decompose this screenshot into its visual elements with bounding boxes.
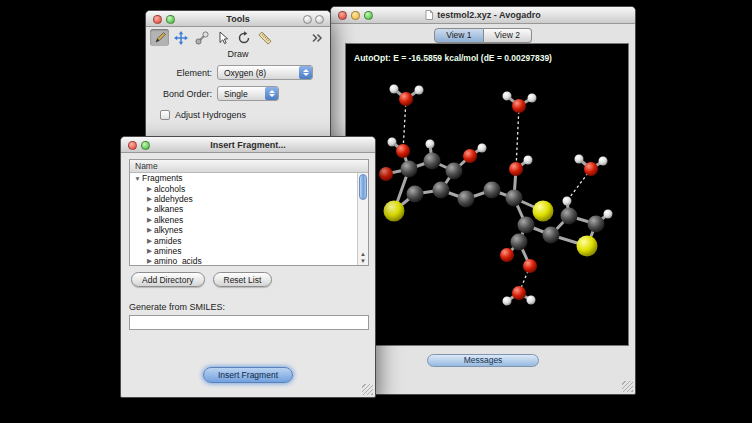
- atom-C[interactable]: [518, 217, 535, 234]
- atom-H[interactable]: [524, 156, 533, 165]
- atom-H[interactable]: [426, 140, 435, 149]
- atom-H[interactable]: [388, 138, 397, 147]
- draw-tool-icon[interactable]: [150, 29, 169, 46]
- element-dropdown[interactable]: Oxygen (8): [217, 65, 313, 80]
- tree-item-alcohols[interactable]: ▶alcohols: [130, 183, 357, 193]
- atom-H[interactable]: [528, 94, 537, 103]
- atom-O[interactable]: [463, 149, 477, 163]
- insert-fragment-button[interactable]: Insert Fragment: [203, 367, 293, 383]
- close-button[interactable]: [338, 11, 347, 20]
- disclosure-closed-icon[interactable]: ▶: [145, 216, 154, 224]
- tree-item-alkenes[interactable]: ▶alkenes: [130, 215, 357, 225]
- disclosure-closed-icon[interactable]: ▶: [145, 247, 154, 255]
- bond-centric-tool-icon[interactable]: [192, 29, 211, 46]
- disclosure-closed-icon[interactable]: ▶: [145, 237, 154, 245]
- tree-item-amino_acids[interactable]: ▶amino_acids: [130, 256, 357, 266]
- atom-H[interactable]: [563, 197, 572, 206]
- zoom-button[interactable]: [141, 141, 150, 150]
- atom-O[interactable]: [512, 286, 526, 300]
- atom-O[interactable]: [512, 99, 526, 113]
- atom-O[interactable]: [500, 248, 514, 262]
- smiles-input[interactable]: [129, 315, 369, 330]
- tab-view-1[interactable]: View 1: [434, 28, 483, 43]
- reset-list-button[interactable]: Reset List: [213, 272, 273, 287]
- tree-item-amines[interactable]: ▶amines: [130, 246, 357, 256]
- minimize-button[interactable]: [351, 11, 360, 20]
- messages-button[interactable]: Messages: [427, 354, 539, 367]
- disclosure-closed-icon[interactable]: ▶: [145, 195, 154, 203]
- atom-C[interactable]: [588, 216, 605, 233]
- scrollbar-thumb[interactable]: [359, 174, 367, 200]
- zoom-button[interactable]: [166, 15, 175, 24]
- tab-view-2[interactable]: View 2: [484, 28, 532, 43]
- zoom-button[interactable]: [364, 11, 373, 20]
- atom-H[interactable]: [604, 210, 613, 219]
- close-button[interactable]: [153, 15, 162, 24]
- measure-tool-icon[interactable]: [255, 29, 274, 46]
- atom-H[interactable]: [478, 144, 487, 153]
- atom-H[interactable]: [415, 86, 424, 95]
- resize-grip[interactable]: [362, 384, 373, 395]
- atom-H[interactable]: [503, 92, 512, 101]
- auto-rotate-tool-icon[interactable]: [234, 29, 253, 46]
- toolbar-overflow-icon[interactable]: [307, 29, 326, 46]
- list-header-name[interactable]: Name: [130, 160, 368, 173]
- bond-order-dropdown[interactable]: Single: [217, 86, 279, 101]
- scrollbar-arrows[interactable]: ▲▼: [358, 251, 368, 265]
- atom-C[interactable]: [458, 191, 475, 208]
- select-tool-icon[interactable]: [213, 29, 232, 46]
- atom-H[interactable]: [527, 296, 536, 305]
- adjust-hydrogens-checkbox[interactable]: [160, 110, 170, 120]
- dock-float-button[interactable]: [303, 15, 312, 24]
- atom-C[interactable]: [424, 153, 441, 170]
- resize-grip[interactable]: [622, 381, 633, 392]
- atom-C[interactable]: [561, 208, 578, 225]
- atom-H[interactable]: [575, 155, 584, 164]
- tree-item-amides[interactable]: ▶amides: [130, 235, 357, 245]
- add-directory-button[interactable]: Add Directory: [131, 272, 205, 287]
- atom-O[interactable]: [396, 144, 410, 158]
- element-row: Element: Oxygen (8): [146, 65, 330, 80]
- tree-item-alkynes[interactable]: ▶alkynes: [130, 225, 357, 235]
- atom-C[interactable]: [401, 161, 418, 178]
- traffic-lights: [153, 15, 175, 24]
- fragment-listbox: Name ▼ Fragments ▶alcohols▶aldehydes▶alk…: [129, 159, 369, 266]
- atom-H[interactable]: [599, 157, 608, 166]
- atom-C[interactable]: [407, 186, 424, 203]
- scrollbar[interactable]: ▲▼: [357, 173, 368, 265]
- main-window-titlebar[interactable]: testmol2.xyz - Avogadro: [331, 7, 635, 24]
- navigate-tool-icon[interactable]: [171, 29, 190, 46]
- tree-item-fragments[interactable]: ▼ Fragments: [130, 173, 357, 183]
- atom-H[interactable]: [390, 85, 399, 94]
- disclosure-closed-icon[interactable]: ▶: [145, 257, 154, 265]
- atom-C[interactable]: [484, 182, 501, 199]
- disclosure-closed-icon[interactable]: ▶: [145, 226, 154, 234]
- atom-C[interactable]: [511, 234, 528, 251]
- atom-C[interactable]: [433, 182, 450, 199]
- tree-item-aldehydes[interactable]: ▶aldehydes: [130, 194, 357, 204]
- atom-H[interactable]: [503, 297, 512, 306]
- atom-O[interactable]: [584, 162, 598, 176]
- atom-O[interactable]: [523, 259, 537, 273]
- atom-C[interactable]: [543, 227, 560, 244]
- close-button[interactable]: [128, 141, 137, 150]
- disclosure-open-icon[interactable]: ▼: [133, 175, 142, 182]
- atom-C[interactable]: [446, 163, 463, 180]
- atom-O[interactable]: [509, 162, 523, 176]
- fragment-dialog-titlebar[interactable]: Insert Fragment...: [121, 137, 375, 153]
- atom-O[interactable]: [379, 167, 393, 181]
- hydrogen-bond: [403, 99, 406, 151]
- atom-S[interactable]: [533, 201, 554, 222]
- tools-titlebar[interactable]: Tools: [146, 11, 330, 27]
- atom-O[interactable]: [399, 92, 413, 106]
- atom-S[interactable]: [577, 236, 598, 257]
- popup-arrows-icon: [299, 66, 312, 79]
- atom-S[interactable]: [384, 201, 405, 222]
- tree-item-alkanes[interactable]: ▶alkanes: [130, 204, 357, 214]
- disclosure-closed-icon[interactable]: ▶: [145, 185, 154, 193]
- element-label: Element:: [146, 68, 212, 78]
- atom-C[interactable]: [506, 190, 523, 207]
- gl-viewport[interactable]: AutoOpt: E = -16.5859 kcal/mol (dE = 0.0…: [345, 43, 629, 346]
- disclosure-closed-icon[interactable]: ▶: [145, 205, 154, 213]
- dock-close-button[interactable]: [315, 15, 324, 24]
